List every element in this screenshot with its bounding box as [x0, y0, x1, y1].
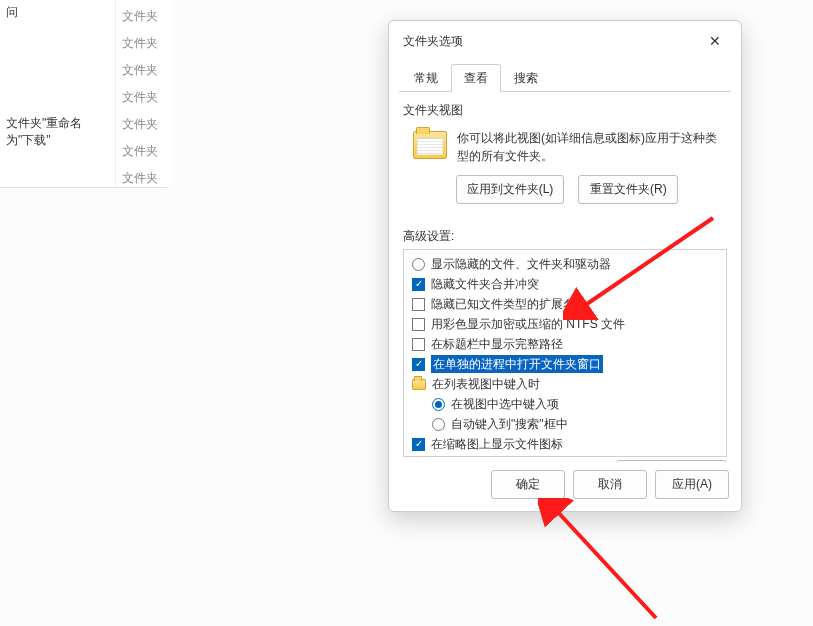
folder-views-label: 文件夹视图	[403, 102, 727, 119]
dialog-title: 文件夹选项	[403, 33, 463, 50]
background-type-list: 文件夹 文件夹 文件夹 文件夹 文件夹 文件夹 文件夹	[116, 3, 172, 192]
folder-options-dialog: 文件夹选项 ✕ 常规 查看 搜索 文件夹视图 你可以将此视图(如详细信息或图标)…	[388, 20, 742, 512]
close-icon: ✕	[709, 33, 721, 49]
list-item: 文件夹	[116, 84, 172, 111]
apply-to-folders-button[interactable]: 应用到文件夹(L)	[456, 175, 565, 204]
option-hide-known-ext[interactable]: 隐藏已知文件类型的扩展名	[406, 294, 724, 314]
cancel-button[interactable]: 取消	[573, 470, 647, 499]
option-color-ntfs[interactable]: 用彩色显示加密或压缩的 NTFS 文件	[406, 314, 724, 334]
list-item: 文件夹	[116, 165, 172, 192]
folder-views-group: 你可以将此视图(如详细信息或图标)应用于这种类型的所有文件夹。 应用到文件夹(L…	[407, 123, 727, 214]
advanced-settings-label: 高级设置:	[403, 228, 727, 245]
option-typing-in-list-group[interactable]: 在列表视图中键入时	[406, 374, 724, 394]
folder-icon	[412, 379, 426, 390]
background-rename-text: 文件夹"重命名为"下载"	[0, 111, 115, 153]
checkbox-icon	[412, 338, 425, 351]
option-auto-type-search[interactable]: 自动键入到"搜索"框中	[406, 414, 724, 434]
annotation-arrow-icon	[538, 498, 668, 626]
folder-icon	[413, 131, 447, 159]
checkbox-icon	[412, 278, 425, 291]
list-item: 文件夹	[116, 30, 172, 57]
reset-folders-button[interactable]: 重置文件夹(R)	[578, 175, 678, 204]
apply-button[interactable]: 应用(A)	[655, 470, 729, 499]
option-folder-tips-size[interactable]: 在文件夹提示中显示文件大小信息	[406, 454, 724, 457]
close-button[interactable]: ✕	[699, 29, 731, 53]
checkbox-icon	[412, 298, 425, 311]
tab-search[interactable]: 搜索	[501, 64, 551, 92]
list-item: 文件夹	[116, 3, 172, 30]
option-separate-process[interactable]: 在单独的进程中打开文件夹窗口	[406, 354, 724, 374]
radio-icon	[432, 398, 445, 411]
checkbox-icon	[412, 318, 425, 331]
list-item: 文件夹	[116, 57, 172, 84]
tabs: 常规 查看 搜索	[399, 63, 731, 92]
checkbox-icon	[412, 438, 425, 451]
dialog-content: 文件夹视图 你可以将此视图(如详细信息或图标)应用于这种类型的所有文件夹。 应用…	[389, 92, 741, 462]
option-full-path-titlebar[interactable]: 在标题栏中显示完整路径	[406, 334, 724, 354]
radio-icon	[432, 418, 445, 431]
checkbox-icon	[412, 358, 425, 371]
background-truncated-text: 问	[0, 0, 115, 25]
option-show-hidden[interactable]: 显示隐藏的文件、文件夹和驱动器	[406, 254, 724, 274]
advanced-settings-list[interactable]: 显示隐藏的文件、文件夹和驱动器 隐藏文件夹合并冲突 隐藏已知文件类型的扩展名 用…	[403, 249, 727, 457]
titlebar: 文件夹选项 ✕	[389, 21, 741, 57]
background-left-col: 问 文件夹"重命名为"下载"	[0, 0, 116, 187]
tab-general[interactable]: 常规	[401, 64, 451, 92]
list-item: 文件夹	[116, 111, 172, 138]
dialog-footer: 确定 取消 应用(A)	[389, 462, 741, 511]
list-item: 文件夹	[116, 138, 172, 165]
svg-line-1	[554, 508, 656, 618]
ok-button[interactable]: 确定	[491, 470, 565, 499]
option-select-typed-item[interactable]: 在视图中选中键入项	[406, 394, 724, 414]
option-thumb-file-icons[interactable]: 在缩略图上显示文件图标	[406, 434, 724, 454]
radio-icon	[412, 258, 425, 271]
option-hide-merge-conflict[interactable]: 隐藏文件夹合并冲突	[406, 274, 724, 294]
tab-view[interactable]: 查看	[451, 64, 501, 92]
folder-views-description: 你可以将此视图(如详细信息或图标)应用于这种类型的所有文件夹。	[457, 129, 721, 165]
